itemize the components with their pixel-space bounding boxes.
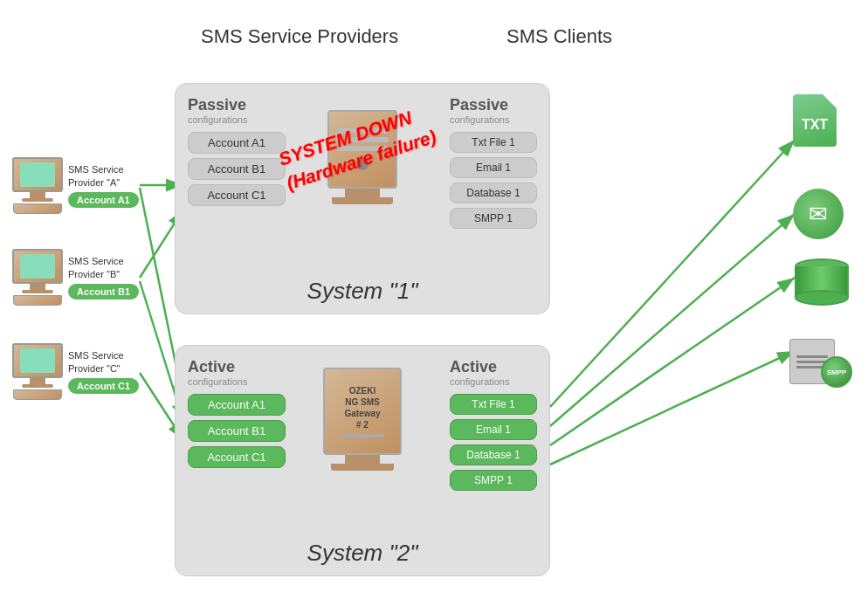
provider-a: SMS ServiceProvider "A" Account A1 <box>12 157 139 214</box>
system1-database: Database 1 <box>450 182 537 203</box>
system1-account-c1: Account C1 <box>188 184 286 206</box>
svg-line-7 <box>550 140 795 407</box>
system2-providers-mode: Active <box>188 358 286 376</box>
system2-providers-config: Active configurations Account A1 Account… <box>188 358 286 472</box>
computer-icon-b <box>12 249 63 306</box>
system2-providers-sub: configurations <box>188 376 286 387</box>
provider-b-label: SMS ServiceProvider "B" <box>68 255 139 280</box>
system1-providers-config: Passive configurations Account A1 Accoun… <box>188 96 286 210</box>
database-icon <box>795 258 849 306</box>
system2-clients-config: Active configurations Txt File 1 Email 1… <box>450 358 537 495</box>
system-2-box: Active configurations Account A1 Account… <box>175 345 550 576</box>
system2-smpp: SMPP 1 <box>450 470 537 491</box>
system-1-box: Passive configurations Account A1 Accoun… <box>175 83 550 314</box>
provider-b: SMS ServiceProvider "B" Account B1 <box>12 249 139 306</box>
system2-account-c1: Account C1 <box>188 446 286 468</box>
provider-c-label: SMS ServiceProvider "C" <box>68 349 139 375</box>
title-sms-providers: SMS Service Providers <box>201 24 398 50</box>
svg-line-8 <box>550 214 795 426</box>
provider-b-account: Account B1 <box>68 284 139 300</box>
system2-txt-file: Txt File 1 <box>450 394 537 415</box>
smpp-icon: SMPP <box>789 339 852 388</box>
system1-email: Email 1 <box>450 157 537 178</box>
system1-label: System "1" <box>307 278 418 305</box>
computer-icon-a <box>12 157 63 214</box>
system1-clients-mode: Passive <box>450 96 537 114</box>
system2-server: OZEKING SMSGateway# 2 <box>323 368 402 471</box>
txt-file-icon: TXT <box>793 94 842 152</box>
system2-clients-sub: configurations <box>450 376 537 387</box>
system1-account-b1: Account B1 <box>188 158 286 180</box>
svg-line-9 <box>550 278 795 445</box>
provider-c-account: Account C1 <box>68 378 139 394</box>
system2-clients-mode: Active <box>450 358 537 376</box>
provider-a-account: Account A1 <box>68 192 139 208</box>
system2-account-a1: Account A1 <box>188 394 286 416</box>
system1-smpp: SMPP 1 <box>450 208 537 229</box>
system1-account-a1: Account A1 <box>188 132 286 154</box>
svg-line-10 <box>550 351 795 465</box>
provider-a-label: SMS ServiceProvider "A" <box>68 163 139 189</box>
system2-label: System "2" <box>307 540 418 567</box>
system1-providers-mode: Passive <box>188 96 286 114</box>
system1-txt-file: Txt File 1 <box>450 132 537 153</box>
system2-email: Email 1 <box>450 419 537 440</box>
system1-providers-sub: configurations <box>188 114 286 125</box>
system2-account-b1: Account B1 <box>188 420 286 442</box>
provider-c: SMS ServiceProvider "C" Account C1 <box>12 343 139 400</box>
system1-clients-config: Passive configurations Txt File 1 Email … <box>450 96 537 233</box>
email-icon: ✉ <box>793 189 844 239</box>
system1-clients-sub: configurations <box>450 114 537 125</box>
computer-icon-c <box>12 343 63 400</box>
title-sms-clients: SMS Clients <box>506 24 612 50</box>
system2-database: Database 1 <box>450 444 537 465</box>
